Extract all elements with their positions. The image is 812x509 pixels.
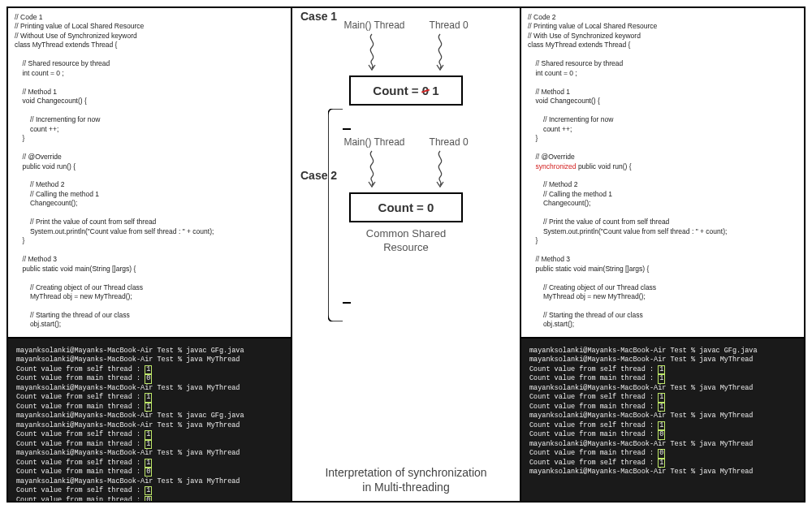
code-line: // Method 1 (15, 88, 57, 96)
code-line: synchronized public void run() { (528, 162, 632, 170)
code-line: // Printing value of Local Shared Resour… (15, 22, 144, 30)
thread-labels: Main() Thread Thread 0 (296, 19, 516, 31)
terminal-line: mayanksolanki@Mayanks-MacBook-Air Test %… (529, 384, 796, 393)
terminal-line: mayanksolanki@Mayanks-MacBook-Air Test %… (16, 421, 283, 430)
code-block-2: // Code 2 // Printing value of Local Sha… (521, 8, 804, 339)
thread0-label: Thread 0 (430, 136, 469, 148)
code-line: public void run() { (15, 162, 76, 170)
shared-line1: Common Shared (366, 227, 446, 239)
terminal-line: Count value from self thread : 1 (16, 393, 283, 402)
terminal-line: Count value from self thread : 1 (529, 393, 796, 402)
diagram-title: Interpretation of synchronization in Mul… (292, 465, 520, 494)
code-line: // Code 1 (15, 13, 43, 21)
code-line: // Calling the method 1 (528, 190, 612, 198)
code-line: int count = 0 ; (15, 69, 64, 77)
code-line: // Shared resource by thread (528, 59, 623, 67)
code-line: // With Use of Synchronized keyword (528, 32, 641, 40)
terminal-line: Count value from self thread : 1 (16, 486, 283, 495)
count-box-1-suffix: 1 (429, 84, 439, 97)
terminal-line: Count value from self thread : 1 (16, 365, 283, 374)
right-column: // Code 2 // Printing value of Local Sha… (520, 8, 804, 501)
code-line: MyThread obj = new MyThread(); (15, 292, 132, 300)
terminal-line: Count value from main thread : 0 (529, 449, 796, 458)
terminal-line: mayanksolanki@Mayanks-MacBook-Air Test %… (16, 356, 283, 364)
terminal-output-1: mayanksolanki@Mayanks-MacBook-Air Test %… (8, 339, 291, 501)
case1-section: Main() Thread Thread 0 Count = 0 1 (296, 19, 516, 106)
code-line: obj.start(); (528, 320, 574, 328)
terminal-line: Count value from main thread : 1 (16, 403, 283, 412)
bracket-icon (328, 109, 343, 321)
code-line: count ++; (15, 125, 58, 133)
strikethrough-value: 0 (422, 84, 429, 97)
terminal-line: Count value from self thread : 1 (529, 365, 796, 374)
main-thread-label: Main() Thread (343, 136, 404, 148)
terminal-line: Count value from main thread : 0 (16, 496, 283, 502)
code-line: // Method 1 (528, 88, 570, 96)
terminal-line: mayanksolanki@Mayanks-MacBook-Air Test %… (16, 412, 283, 421)
squiggle-icon (365, 32, 379, 73)
terminal-line: Count value from self thread : 1 (16, 430, 283, 439)
code-line: count ++; (528, 125, 572, 133)
terminal-line: Count value from main thread : 0 (529, 430, 796, 439)
code-line: // Starting the thread of our class (15, 311, 130, 319)
code-line: // Without Use of Synchronized keyword (15, 32, 137, 40)
code-line: // Creating object of our Thread class (528, 283, 656, 291)
count-box-1: Count = 0 1 (349, 75, 463, 106)
left-column: // Code 1 // Printing value of Local Sha… (8, 8, 292, 501)
terminal-line: Count value from self thread : 1 (529, 459, 796, 468)
code-line: System.out.println("Count value from sel… (528, 227, 727, 235)
code-line: System.out.println("Count value from sel… (15, 227, 214, 235)
terminal-line: Count value from main thread : 1 (529, 403, 796, 412)
terminal-line: mayanksolanki@Mayanks-MacBook-Air Test %… (16, 477, 283, 486)
middle-diagram: Case 1 Main() Thread Thread 0 Count = 0 … (292, 8, 520, 501)
code-line: // Calling the method 1 (15, 190, 99, 198)
terminal-output-2: mayanksolanki@Mayanks-MacBook-Air Test %… (521, 339, 804, 501)
terminal-line: Count value from main thread : 1 (529, 374, 796, 383)
terminal-line: Count value from main thread : 0 (16, 468, 283, 477)
count-box-2: Count = 0 (349, 192, 463, 222)
connector-line (343, 128, 351, 130)
terminal-line: Count value from self thread : 1 (16, 459, 283, 468)
code-line: class MyThread extends Thread { (15, 41, 117, 49)
terminal-line: Count value from main thread : 0 (16, 374, 283, 383)
code-line: void Changecount() { (528, 97, 600, 105)
synchronized-keyword: synchronized (528, 162, 577, 170)
diagram-root: // Code 1 // Printing value of Local Sha… (6, 6, 806, 503)
code-block-1: // Code 1 // Printing value of Local Sha… (8, 8, 291, 339)
code-line: Changecount(); (15, 199, 77, 207)
terminal-line: mayanksolanki@Mayanks-MacBook-Air Test %… (529, 468, 796, 477)
code-line: } (528, 236, 538, 244)
terminal-line: mayanksolanki@Mayanks-MacBook-Air Test %… (16, 384, 283, 393)
code-line: obj.start(); (15, 320, 61, 328)
thread0-label: Thread 0 (430, 19, 469, 31)
code-line: // Method 3 (528, 255, 570, 263)
terminal-line: Count value from main thread : 1 (16, 440, 283, 449)
code-line: // Code 2 (528, 13, 556, 21)
code-line: void Changecount() { (15, 97, 87, 105)
shared-line2: Resource (383, 241, 429, 253)
code-line: // Creating object of our Thread class (15, 283, 143, 291)
code-line: MyThread obj = new MyThread(); (528, 292, 646, 300)
code-line: // Printing value of Local Shared Resour… (528, 22, 657, 30)
code-line: // @Override (528, 153, 575, 161)
terminal-line: mayanksolanki@Mayanks-MacBook-Air Test %… (529, 440, 796, 449)
run-rest: public void run() { (577, 162, 632, 170)
code-line: } (15, 236, 24, 244)
code-line: // Method 2 (15, 180, 64, 188)
code-line: class MyThread extends Thread { (528, 41, 630, 49)
connector-line (343, 302, 351, 304)
squiggle-arrows (296, 32, 516, 73)
terminal-line: mayanksolanki@Mayanks-MacBook-Air Test %… (529, 347, 796, 356)
code-line: public static void main(String []args) { (15, 265, 136, 273)
code-line: // @Override (15, 153, 62, 161)
count-box-1-prefix: Count = (373, 84, 421, 97)
squiggle-icon (365, 149, 379, 190)
terminal-line: mayanksolanki@Mayanks-MacBook-Air Test %… (16, 449, 283, 458)
code-line: // Print the value of count from self th… (15, 218, 156, 226)
main-thread-label: Main() Thread (343, 19, 404, 31)
squiggle-icon (433, 149, 447, 190)
code-line: int count = 0 ; (528, 69, 577, 77)
code-line: Changecount(); (528, 199, 590, 207)
code-line: // Shared resource by thread (15, 59, 110, 67)
squiggle-icon (433, 32, 447, 73)
